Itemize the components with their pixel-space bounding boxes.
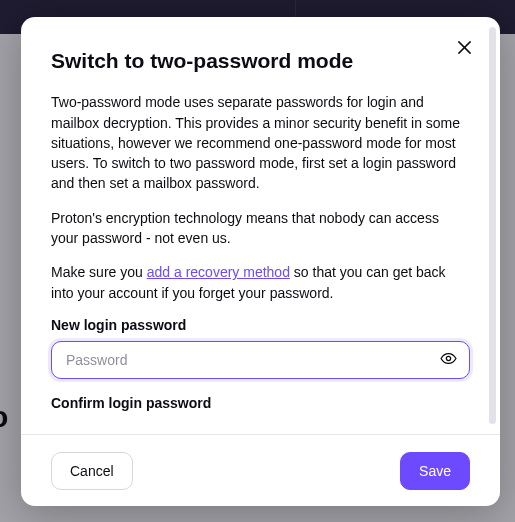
para3-text-a: Make sure you [51,264,147,280]
modal-paragraph-3: Make sure you add a recovery method so t… [51,262,470,303]
new-login-password-wrap [51,341,470,379]
svg-point-2 [446,356,450,360]
modal-paragraph-1: Two-password mode uses separate password… [51,92,470,193]
toggle-password-visibility-button[interactable] [436,348,460,372]
new-login-password-input[interactable] [51,341,470,379]
confirm-login-password-label: Confirm login password [51,395,470,411]
scrollbar[interactable] [489,27,496,424]
close-icon [457,40,472,58]
modal-body: Switch to two-password mode Two-password… [21,17,500,434]
modal-title: Switch to two-password mode [51,47,470,74]
modal-paragraph-2: Proton's encryption technology means tha… [51,208,470,249]
save-button[interactable]: Save [400,452,470,490]
two-password-modal: Switch to two-password mode Two-password… [21,17,500,506]
eye-icon [440,350,457,370]
new-login-password-label: New login password [51,317,470,333]
cancel-button[interactable]: Cancel [51,452,133,490]
modal-footer: Cancel Save [21,434,500,506]
close-button[interactable] [450,35,478,63]
add-recovery-method-link[interactable]: add a recovery method [147,264,290,280]
